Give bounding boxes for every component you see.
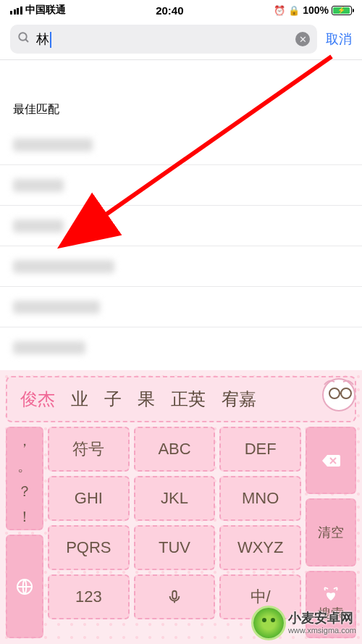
carrier-label: 中国联通 [25,4,66,17]
watermark-text: 小麦安卓网 www.xmsigma.com [288,611,356,635]
svg-point-0 [19,33,27,41]
mic-key[interactable] [134,574,216,619]
battery-label: 100% [303,4,329,16]
candidate-active[interactable]: 俊杰 [20,388,55,411]
cancel-button[interactable]: 取消 [326,30,352,48]
status-time: 20:40 [156,4,183,17]
list-item[interactable] [0,165,362,206]
orientation-lock-icon: 🔒 [288,5,300,16]
list-item[interactable] [0,246,362,287]
candidate[interactable]: 果 [138,388,155,411]
keypad-col-left: ， 。 ？ ！ [6,427,43,638]
list-item[interactable] [0,125,362,165]
section-title: 最佳匹配 [0,102,362,125]
status-bar: 中国联通 20:40 ⏰ 🔒 100% ⚡ [0,0,362,20]
mic-icon [167,589,182,605]
search-row: 林 ✕ 取消 [0,20,362,59]
backspace-icon [321,453,340,468]
watermark-logo-icon [253,608,284,638]
status-left: 中国联通 [10,4,66,17]
ghi-key[interactable]: GHI [48,476,130,521]
search-input-text: 林 [36,30,290,48]
jkl-key[interactable]: JKL [134,476,216,521]
pqrs-key[interactable]: PQRS [48,525,130,570]
num-key[interactable]: 123 [48,574,130,619]
keyboard: 俊杰 业 子 果 正英 宥嘉 ， 。 ？ ！ [0,370,362,644]
list-item[interactable] [0,327,362,368]
clear-icon[interactable]: ✕ [295,32,310,46]
heart-ears-icon [322,586,340,602]
abc-key[interactable]: ABC [134,427,216,472]
mno-key[interactable]: MNO [219,476,301,521]
symbol-key[interactable]: 符号 [48,427,130,472]
results-section: 最佳匹配 [0,60,362,368]
punctuation-key[interactable]: ， 。 ？ ！ [6,427,43,530]
wxyz-key[interactable]: WXYZ [219,525,301,570]
keypad-col-mid: 符号 ABC DEF GHI JKL MNO PQRS TUV WXYZ 123 [48,427,301,638]
alarm-icon: ⏰ [274,5,285,16]
battery-icon: ⚡ [332,6,352,15]
candidate[interactable]: 宥嘉 [222,388,256,411]
tuv-key[interactable]: TUV [134,525,216,570]
candidate[interactable]: 业 [71,388,88,411]
avatar-icon [319,375,359,415]
globe-key[interactable] [6,535,43,638]
screen: 中国联通 20:40 ⏰ 🔒 100% ⚡ 林 ✕ 取消 最佳匹配 [0,0,362,644]
candidate[interactable]: 正英 [171,388,206,411]
svg-line-1 [25,39,28,42]
keypad-col-right: 清空 搜索 [306,427,356,638]
candidate-bar[interactable]: 俊杰 业 子 果 正英 宥嘉 [6,376,356,422]
candidate[interactable]: 子 [104,388,122,411]
keypad: ， 。 ？ ！ 符号 ABC DEF GHI JKL [0,427,362,638]
def-key[interactable]: DEF [219,427,301,472]
search-icon [17,31,30,48]
signal-icon [10,7,22,14]
list-item[interactable] [0,206,362,246]
svg-rect-9 [172,591,177,599]
clear-key[interactable]: 清空 [306,498,356,566]
status-right: ⏰ 🔒 100% ⚡ [274,4,352,16]
list-item[interactable] [0,287,362,327]
backspace-key[interactable] [306,427,356,494]
search-field[interactable]: 林 ✕ [10,25,317,54]
watermark: 小麦安卓网 www.xmsigma.com [253,608,356,638]
